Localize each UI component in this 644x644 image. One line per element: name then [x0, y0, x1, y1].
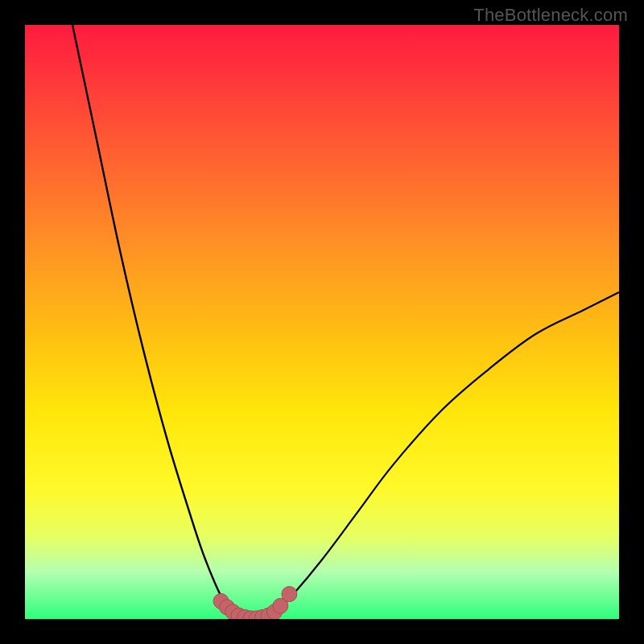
curve-right-branch	[275, 292, 619, 613]
watermark-label: TheBottleneck.com	[473, 5, 628, 26]
marker-group	[213, 587, 297, 619]
curve-left-branch	[72, 25, 233, 613]
marker-point	[282, 587, 297, 602]
chart-svg	[25, 25, 619, 619]
chart-plot-area	[25, 25, 619, 619]
